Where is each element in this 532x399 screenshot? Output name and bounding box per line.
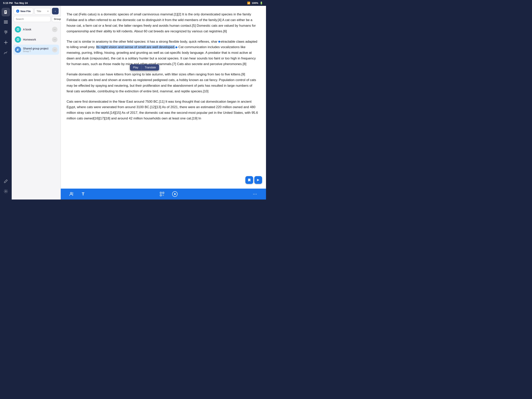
- content-area: The cat (Felis catus) is a domestic spec…: [61, 6, 266, 200]
- svg-point-10: [17, 29, 19, 30]
- file-info-group: Shared group project Group T: [23, 47, 50, 52]
- main-layout: 字: [0, 6, 266, 200]
- file-more-abook[interactable]: ···: [52, 27, 57, 32]
- status-date: Tue May 24: [14, 1, 28, 5]
- collapse-icon: ‹: [55, 10, 56, 13]
- svg-rect-0: [4, 10, 7, 14]
- bookmark-float-button[interactable]: [245, 176, 253, 184]
- file-info-homework: Homework: [23, 38, 50, 41]
- svg-rect-18: [160, 195, 161, 196]
- content-scroll[interactable]: The cat (Felis catus) is a domestic spec…: [61, 6, 266, 189]
- paragraph-1: The cat (Felis catus) is a domestic spec…: [67, 12, 258, 34]
- list-item[interactable]: Shared group project Group T ···: [13, 45, 59, 55]
- file-icon-group: [15, 46, 21, 53]
- list-item[interactable]: Homework ···: [13, 34, 59, 45]
- search-input[interactable]: [14, 16, 51, 22]
- nav-sidebar: 字: [0, 6, 12, 200]
- title-dropdown[interactable]: Title ▾: [34, 8, 51, 14]
- translate-button[interactable]: Translate: [142, 64, 159, 71]
- new-file-button[interactable]: + New File: [14, 8, 33, 14]
- svg-point-11: [17, 39, 19, 40]
- file-name-group: Shared group project: [23, 47, 50, 50]
- file-more-homework[interactable]: ···: [52, 37, 57, 42]
- paragraph-4: Cats were first domesticated in the Near…: [67, 99, 258, 122]
- nav-chart[interactable]: [1, 48, 10, 57]
- svg-rect-6: [4, 23, 8, 24]
- title-dropdown-label: Title: [37, 10, 41, 13]
- nav-bottom: [1, 177, 10, 198]
- file-list: A book ··· Homework ···: [12, 24, 61, 200]
- text-T-icon: T: [82, 192, 84, 197]
- plus-icon: +: [16, 10, 19, 13]
- svg-rect-4: [4, 20, 8, 21]
- file-info-abook: A book: [23, 28, 50, 31]
- file-icon-abook: [15, 26, 21, 32]
- file-name-homework: Homework: [23, 38, 50, 41]
- battery-icon: 🔋: [260, 1, 263, 5]
- nav-settings[interactable]: [1, 187, 10, 196]
- text-toolbar-button[interactable]: T: [78, 192, 88, 197]
- list-item[interactable]: A book ···: [13, 24, 59, 34]
- users-toolbar-button[interactable]: [65, 192, 78, 196]
- forward-float-button[interactable]: [254, 176, 262, 184]
- paragraph-3: Female domestic cats can have kittens fr…: [67, 72, 258, 94]
- nav-document[interactable]: [1, 8, 10, 16]
- svg-point-14: [70, 192, 72, 194]
- collapse-button[interactable]: ‹: [52, 8, 59, 14]
- svg-point-9: [5, 191, 6, 192]
- file-icon-homework: [15, 36, 21, 43]
- cursor-left: [218, 41, 220, 43]
- nav-bookmark[interactable]: [1, 18, 10, 26]
- scan-toolbar-button[interactable]: [156, 192, 168, 196]
- floating-buttons: [245, 176, 262, 184]
- svg-rect-17: [163, 192, 164, 193]
- svg-point-15: [72, 193, 73, 194]
- svg-rect-5: [4, 22, 8, 22]
- nav-translate[interactable]: 字: [1, 28, 10, 37]
- paragraph-2: The cat is similar in anatomy to the oth…: [67, 39, 258, 67]
- more-toolbar-button[interactable]: ⋯: [249, 192, 261, 197]
- text-selection-popup: Play Translate: [130, 64, 159, 71]
- nav-pen[interactable]: [1, 177, 10, 186]
- new-file-label: New File: [20, 10, 31, 13]
- battery-level: 100%: [252, 1, 258, 5]
- ellipsis-icon: ⋯: [253, 192, 257, 197]
- wifi-icon: 📶: [247, 1, 250, 5]
- cursor-right: [176, 46, 177, 48]
- status-time: 5:15 PM: [3, 1, 13, 5]
- nav-add[interactable]: [1, 38, 10, 47]
- selected-text: Its night vision and sense of smell are …: [96, 45, 175, 49]
- search-row: Group T: [12, 16, 61, 24]
- file-sub-group: Group T: [23, 50, 50, 52]
- svg-point-13: [18, 49, 19, 50]
- file-panel: + New File Title ▾ ‹ Group T: [12, 6, 61, 200]
- status-bar: 5:15 PM Tue May 24 📶 100% 🔋: [0, 0, 266, 6]
- chevron-down-icon: ▾: [47, 10, 49, 13]
- bottom-toolbar: T ⋯: [61, 189, 266, 200]
- file-name-abook: A book: [23, 28, 50, 31]
- play-toolbar-button[interactable]: [168, 191, 182, 197]
- file-more-group[interactable]: ···: [52, 47, 57, 52]
- svg-rect-16: [160, 192, 161, 193]
- file-panel-header: + New File Title ▾ ‹: [12, 6, 61, 16]
- play-button[interactable]: Play: [130, 64, 142, 71]
- svg-point-12: [17, 49, 18, 50]
